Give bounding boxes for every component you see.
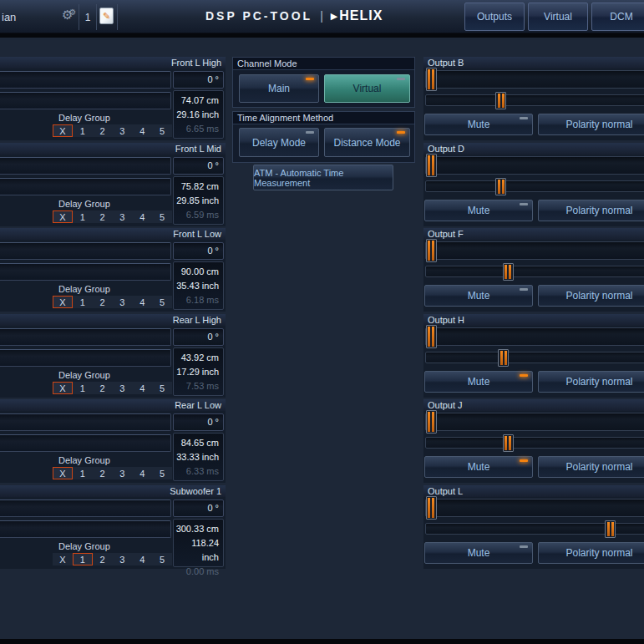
phase-angle-field[interactable]: 0 ° [173,242,224,260]
output-delay-slider-track[interactable] [425,266,644,277]
mute-button[interactable]: Mute [424,456,533,478]
delay-group-option[interactable]: 4 [132,467,152,479]
delay-group-option[interactable]: 2 [93,124,113,137]
delay-group-option[interactable]: 1 [73,467,93,479]
output-level-slider-handle[interactable] [426,239,437,262]
edit-note-icon[interactable]: ✎ [99,8,114,24]
mute-button[interactable]: Mute [424,114,533,135]
delay-group-option[interactable]: 5 [152,210,172,223]
distance-fader-track[interactable] [0,263,171,281]
polarity-button[interactable]: Polarity normal [538,456,644,478]
phase-angle-field[interactable]: 0 ° [173,328,224,346]
delay-group-option[interactable]: 2 [93,210,113,223]
delay-group-option[interactable]: X [53,467,73,479]
delay-group-option[interactable]: 5 [152,553,172,565]
delay-group-option[interactable]: 5 [152,296,172,308]
mute-button[interactable]: Mute [424,542,533,564]
distance-mode-button[interactable]: Distance Mode [324,128,410,157]
output-level-slider-handle[interactable] [426,154,437,177]
output-level-slider-handle[interactable] [426,68,437,91]
delay-group-option[interactable]: 5 [152,382,172,394]
delay-group-option[interactable]: 2 [93,553,113,565]
delay-mode-button[interactable]: Delay Mode [239,128,319,157]
output-level-slider-track[interactable] [425,241,644,260]
delay-group-option[interactable]: 4 [132,296,152,308]
delay-fader-track[interactable] [0,242,171,260]
output-delay-slider-handle[interactable] [495,92,506,109]
output-delay-slider-track[interactable] [425,523,644,535]
channel-mode-main-button[interactable]: Main [239,74,319,103]
mute-button[interactable]: Mute [424,285,533,307]
delay-group-option[interactable]: 3 [112,296,132,308]
output-delay-slider-track[interactable] [425,94,644,106]
mute-button[interactable]: Mute [424,371,533,393]
output-level-slider-track[interactable] [425,413,644,431]
delay-group-option[interactable]: X [53,124,73,137]
channel-mode-virtual-button[interactable]: Virtual [324,74,410,103]
polarity-button[interactable]: Polarity normal [538,200,644,221]
output-delay-slider-track[interactable] [425,180,644,192]
delay-fader-track[interactable] [0,499,171,517]
output-delay-slider-handle[interactable] [498,349,509,367]
delay-group-option[interactable]: 3 [112,382,132,394]
delay-group-option[interactable]: 2 [93,382,113,394]
delay-group-option[interactable]: 3 [112,124,132,137]
delay-group-option[interactable]: X [53,382,73,394]
nav-outputs-button[interactable]: Outputs [464,3,525,31]
output-level-slider-track[interactable] [425,499,644,517]
output-level-slider-handle[interactable] [426,496,437,520]
polarity-button[interactable]: Polarity normal [538,371,644,393]
phase-angle-field[interactable]: 0 ° [173,413,224,431]
delay-fader-track[interactable] [0,157,171,175]
output-delay-slider-handle[interactable] [605,520,616,538]
delay-group-option[interactable]: X [53,553,73,565]
distance-fader-track[interactable] [0,434,171,452]
phase-angle-field[interactable]: 0 ° [173,71,224,89]
delay-group-option[interactable]: 4 [132,382,152,394]
distance-fader-track[interactable] [0,178,171,195]
delay-fader-track[interactable] [0,328,171,346]
delay-group-option[interactable]: 3 [112,467,132,479]
phase-angle-field[interactable]: 0 ° [173,499,224,517]
phase-angle-field[interactable]: 0 ° [173,157,224,175]
distance-fader-track[interactable] [0,520,171,538]
delay-group-option[interactable]: 4 [132,124,152,137]
polarity-button[interactable]: Polarity normal [538,285,644,307]
delay-group-option[interactable]: 3 [112,553,132,565]
delay-group-option[interactable]: 5 [152,124,172,137]
delay-group-option[interactable]: 1 [73,296,93,308]
output-level-slider-track[interactable] [425,70,644,89]
polarity-button[interactable]: Polarity normal [538,114,644,135]
delay-fader-track[interactable] [0,71,171,89]
delay-group-option[interactable]: 2 [93,296,113,308]
output-delay-slider-track[interactable] [425,437,644,449]
output-level-slider-track[interactable] [425,327,644,346]
delay-fader-track[interactable] [0,413,171,431]
distance-fader-track[interactable] [0,349,171,367]
output-delay-slider-handle[interactable] [503,434,514,452]
delay-group-option[interactable]: 2 [93,467,113,479]
delay-group-option[interactable]: 1 [73,210,93,223]
delay-group-option[interactable]: 1 [73,124,93,137]
atm-button[interactable]: ATM - Automatic Time Measurement [253,165,393,190]
nav-dcm-button[interactable]: DCM [591,3,644,31]
output-delay-slider-handle[interactable] [495,178,506,195]
settings-gears-icon[interactable]: ⚙⚙ [62,8,76,23]
delay-group-option[interactable]: 1 [73,382,93,394]
delay-group-option[interactable]: X [53,210,73,223]
output-level-slider-handle[interactable] [426,410,437,434]
output-level-slider-track[interactable] [425,156,644,175]
distance-fader-track[interactable] [0,92,171,109]
delay-group-option[interactable]: X [53,296,73,308]
mute-button[interactable]: Mute [424,200,533,221]
output-level-slider-handle[interactable] [426,325,437,348]
delay-group-option[interactable]: 5 [152,467,172,479]
delay-group-option[interactable]: 4 [132,210,152,223]
delay-group-option[interactable]: 4 [132,553,152,565]
output-delay-slider-handle[interactable] [503,263,514,281]
delay-group-option[interactable]: 1 [73,553,93,565]
polarity-button[interactable]: Polarity normal [538,542,644,564]
delay-group-option[interactable]: 3 [112,210,132,223]
output-delay-slider-track[interactable] [425,352,644,363]
nav-virtual-button[interactable]: Virtual [528,3,588,31]
